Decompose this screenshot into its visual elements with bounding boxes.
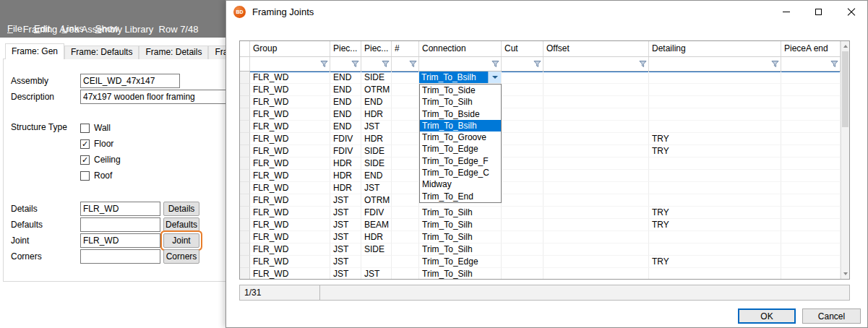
cell-group[interactable]: FLR_WD	[250, 170, 330, 182]
cell-piecea-end[interactable]	[781, 157, 841, 170]
cell-group[interactable]: FLR_WD	[250, 96, 330, 108]
cell-group[interactable]: FLR_WD	[250, 268, 330, 279]
filter-cell-connection[interactable]	[419, 57, 502, 71]
cell-group[interactable]: FLR_WD	[250, 157, 330, 170]
row-header[interactable]	[240, 182, 250, 194]
dropdown-item-trim-to-side[interactable]: Trim_To_Side	[420, 85, 501, 96]
row-header[interactable]	[240, 72, 250, 84]
row-header[interactable]	[240, 243, 250, 256]
cell-piecea-end[interactable]	[781, 72, 841, 84]
row-header[interactable]	[240, 170, 250, 182]
filter-funnel-icon[interactable]	[409, 60, 417, 68]
cell-piecea-end[interactable]	[781, 268, 841, 279]
cell-cut[interactable]	[502, 231, 543, 243]
cell-group[interactable]: FLR_WD	[250, 182, 330, 194]
filter-funnel-icon[interactable]	[771, 60, 779, 68]
cell-detailing[interactable]: TRY	[649, 133, 781, 145]
cell-group[interactable]: FLR_WD	[250, 133, 330, 145]
column-header-cut[interactable]: Cut	[502, 41, 543, 56]
column-header-group[interactable]: Group	[250, 41, 330, 56]
filter-cell-number[interactable]	[392, 57, 419, 71]
cell-piece1[interactable]: JST	[330, 207, 361, 219]
grid-row[interactable]: FLR_WDFDIVHDRTRY	[240, 133, 841, 145]
row-header[interactable]	[240, 268, 250, 279]
cell-cut[interactable]	[502, 145, 543, 157]
cell-number[interactable]	[392, 231, 419, 243]
cell-number[interactable]	[392, 256, 419, 268]
ok-button[interactable]: OK	[738, 308, 796, 324]
connection-combobox[interactable]: Trim_To_Bsilh	[419, 72, 502, 84]
cell-detailing[interactable]	[649, 72, 781, 84]
cell-piece2[interactable]: JST	[361, 182, 392, 194]
cell-piecea-end[interactable]	[781, 84, 841, 96]
grid-row[interactable]: FLR_WDENDHDR	[240, 108, 841, 121]
cell-cut[interactable]	[502, 256, 543, 268]
cell-piece1[interactable]: HDR	[330, 170, 361, 182]
scroll-up-arrow-icon[interactable]	[843, 45, 848, 48]
cell-detailing[interactable]: TRY	[649, 256, 781, 268]
row-header[interactable]	[240, 145, 250, 157]
cell-piecea-end[interactable]	[781, 194, 841, 207]
row-header[interactable]	[240, 133, 250, 145]
menu-item-file[interactable]: File	[1, 23, 28, 34]
assembly-input[interactable]	[80, 74, 180, 88]
dropdown-item-trim-to-silh[interactable]: Trim_To_Silh	[420, 96, 501, 108]
cell-piecea-end[interactable]	[781, 182, 841, 194]
cell-piece2[interactable]: OTRM	[361, 84, 392, 96]
grid-row[interactable]: FLR_WDHDREND	[240, 170, 841, 182]
cell-cut[interactable]	[502, 207, 543, 219]
menu-item-links[interactable]: Links	[56, 23, 89, 34]
details-button[interactable]: Details	[163, 202, 199, 216]
cell-cut[interactable]	[502, 84, 543, 96]
cell-number[interactable]	[392, 268, 419, 279]
cell-piece2[interactable]: JST	[361, 268, 392, 279]
cell-piecea-end[interactable]	[781, 207, 841, 219]
dropdown-item-trim-to-edge-f[interactable]: Trim_To_Edge_F	[420, 155, 501, 167]
cell-piece2[interactable]	[361, 256, 392, 268]
cell-group[interactable]: FLR_WD	[250, 72, 330, 84]
cell-connection[interactable]: Trim_To_Silh	[419, 243, 502, 256]
cell-offset[interactable]	[543, 108, 649, 121]
cell-cut[interactable]	[502, 194, 543, 207]
cell-number[interactable]	[392, 133, 419, 145]
checkbox-floor[interactable]: ✓Floor	[80, 136, 121, 152]
cell-detailing[interactable]: TRY	[649, 207, 781, 219]
cell-group[interactable]: FLR_WD	[250, 207, 330, 219]
filter-cell-piece2[interactable]	[361, 57, 392, 71]
cell-connection[interactable]: Trim_To_Silh	[419, 268, 502, 279]
cell-piece1[interactable]: JST	[330, 256, 361, 268]
dialog-titlebar[interactable]: BD Framing Joints	[226, 1, 867, 23]
grid-row[interactable]: FLR_WDJSTJSTTrim_To_Silh	[240, 268, 841, 279]
cell-offset[interactable]	[543, 170, 649, 182]
tab-frame-gen[interactable]: Frame: Gen	[5, 43, 64, 59]
cell-group[interactable]: FLR_WD	[250, 84, 330, 96]
cell-detailing[interactable]	[649, 194, 781, 207]
cell-number[interactable]	[392, 219, 419, 231]
cell-detailing[interactable]	[649, 157, 781, 170]
cell-offset[interactable]	[543, 133, 649, 145]
dropdown-item-trim-to-edge-c[interactable]: Trim_To_Edge_C	[420, 167, 501, 178]
cell-connection[interactable]: Trim_To_Silh	[419, 231, 502, 243]
cell-connection[interactable]: Trim_To_Silh	[419, 207, 502, 219]
cell-cut[interactable]	[502, 243, 543, 256]
row-header[interactable]	[240, 157, 250, 170]
cell-detailing[interactable]	[649, 170, 781, 182]
cell-piecea-end[interactable]	[781, 96, 841, 108]
vertical-scrollbar[interactable]	[841, 41, 849, 279]
cell-cut[interactable]	[502, 170, 543, 182]
cell-piece2[interactable]: HDR	[361, 133, 392, 145]
row-header[interactable]	[240, 84, 250, 96]
column-header-detailing[interactable]: Detailing	[649, 41, 781, 56]
cell-piecea-end[interactable]	[781, 170, 841, 182]
filter-cell-piecea-end[interactable]	[781, 57, 841, 71]
filter-funnel-icon[interactable]	[491, 60, 499, 68]
row-header[interactable]	[240, 194, 250, 207]
cancel-button[interactable]: Cancel	[802, 308, 861, 324]
cell-piece1[interactable]: JST	[330, 231, 361, 243]
cell-number[interactable]	[392, 182, 419, 194]
cell-cut[interactable]	[502, 108, 543, 121]
row-header[interactable]	[240, 219, 250, 231]
cell-piece2[interactable]: SIDE	[361, 157, 392, 170]
grid-row[interactable]: FLR_WDJSTFDIVTrim_To_SilhTRY	[240, 207, 841, 219]
cell-group[interactable]: FLR_WD	[250, 256, 330, 268]
